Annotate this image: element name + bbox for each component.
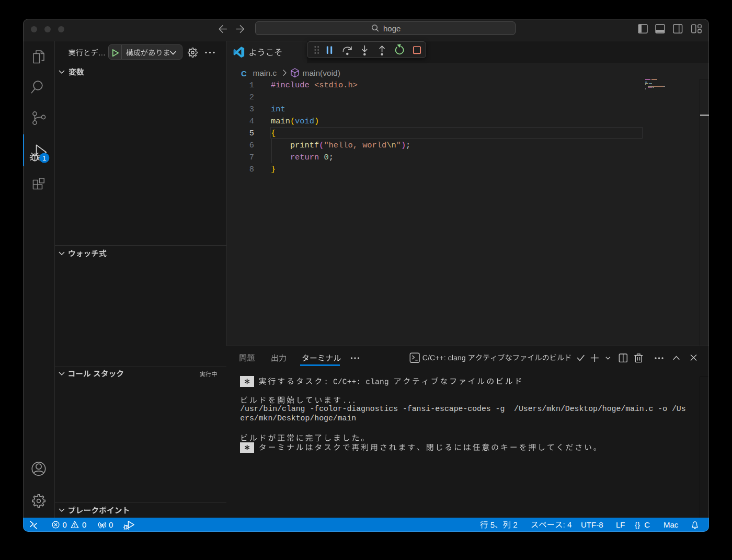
svg-text:1: 1	[42, 155, 46, 162]
